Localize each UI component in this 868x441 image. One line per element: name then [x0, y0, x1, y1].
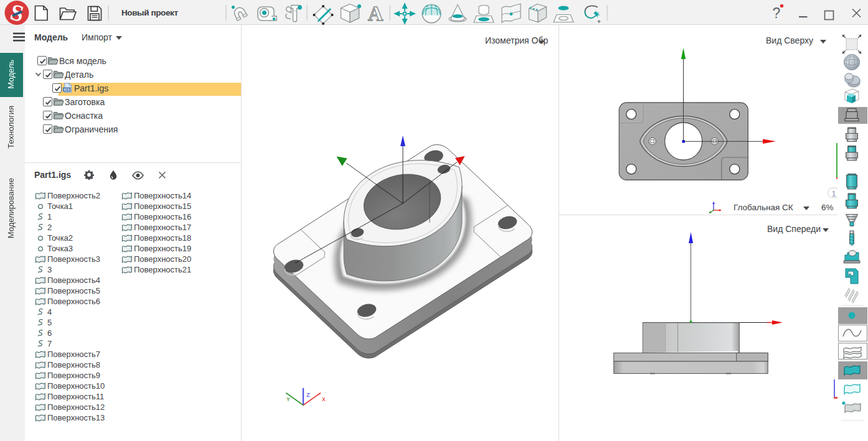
svg-text:?: ? [773, 5, 781, 21]
svg-text:IGS: IGS [64, 88, 70, 91]
svg-text:X: X [322, 396, 326, 403]
svg-text:Y: Y [286, 396, 290, 403]
svg-text:1: 1 [831, 189, 836, 198]
svg-text:Z: Z [306, 392, 310, 399]
svg-text:A: A [368, 2, 384, 25]
